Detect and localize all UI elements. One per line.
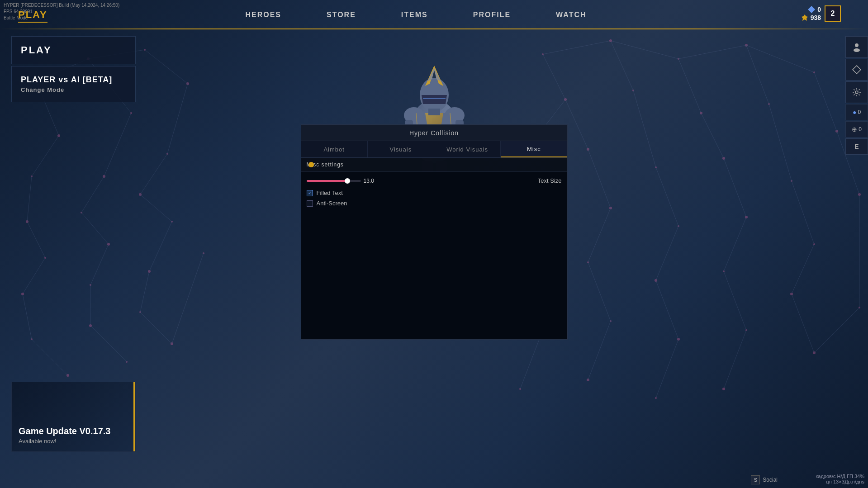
svg-line-46	[32, 339, 68, 375]
game-update-content: Game Update V0.17.3 Available now!	[19, 426, 110, 445]
nav-play-button[interactable]: PLAY	[18, 9, 47, 23]
svg-line-101	[588, 149, 611, 208]
nav-item-watch[interactable]: WATCH	[551, 2, 591, 28]
right-icon-diamond[interactable]	[845, 59, 868, 81]
svg-line-33	[140, 154, 167, 194]
svg-line-31	[32, 136, 59, 176]
mode-button[interactable]: PLAYER vs AI [BETA] Change Mode	[11, 66, 136, 102]
coin-amount: 938	[811, 14, 821, 21]
coin-currency: 938	[801, 14, 821, 21]
crystal-amount: 0	[817, 6, 821, 13]
social-key[interactable]: S	[751, 475, 760, 484]
svg-line-48	[140, 312, 172, 344]
svg-line-95	[565, 99, 588, 149]
stat-dots-value: 0	[858, 109, 861, 115]
nav-item-items[interactable]: ITEMS	[397, 2, 432, 28]
social-section: S Social	[751, 475, 778, 484]
right-stat-plus: ⊕ 0	[845, 121, 868, 137]
svg-line-118	[656, 339, 678, 398]
diamond-icon	[852, 65, 862, 75]
mode-title: PLAYER vs AI [BETA]	[21, 75, 126, 85]
svg-line-98	[769, 104, 792, 181]
dialog-body: 13.0 Text Size Filled Text Anti-Screen	[301, 172, 567, 339]
svg-line-85	[543, 41, 611, 54]
tab-world-visuals[interactable]: World Visuals	[434, 141, 501, 157]
social-label: Social	[763, 477, 778, 483]
svg-line-32	[104, 113, 131, 176]
fps-stat-label: кадров/с	[816, 474, 835, 479]
svg-line-89	[543, 54, 565, 99]
svg-line-102	[656, 167, 678, 226]
mode-subtitle: Change Mode	[21, 86, 126, 93]
filled-text-checkbox[interactable]	[307, 190, 313, 196]
text-size-slider-thumb[interactable]	[345, 178, 350, 184]
right-icon-settings[interactable]	[845, 81, 868, 103]
currency-block: 0 938	[801, 6, 821, 21]
anti-screen-row: Anti-Screen	[307, 200, 562, 207]
svg-line-97	[701, 113, 724, 158]
svg-line-45	[172, 253, 204, 344]
text-size-value: 13.0	[364, 178, 377, 184]
fps-stat-value: Н/Д	[837, 474, 845, 479]
text-size-setting-row: 13.0 Text Size	[307, 177, 562, 184]
text-size-slider-fill	[307, 180, 347, 182]
nav-item-store[interactable]: STORE	[322, 2, 360, 28]
anti-screen-checkbox[interactable]	[307, 200, 313, 207]
tab-aimbot[interactable]: Aimbot	[301, 141, 368, 157]
text-size-slider-container: 13.0	[307, 178, 533, 184]
svg-point-123	[854, 48, 860, 52]
bottom-right-stats: кадров/с Н/Д ГП 34% цп 13×ЗДр.н/дns	[816, 474, 864, 484]
left-panel: PLAY PLAYER vs AI [BETA] Change Mode	[11, 36, 136, 102]
svg-line-113	[656, 280, 678, 339]
right-icon-profile[interactable]	[845, 36, 868, 58]
plus-icon: ⊕	[852, 126, 857, 133]
svg-line-27	[145, 50, 188, 84]
svg-line-42	[23, 294, 32, 339]
game-update-divider	[133, 382, 135, 451]
svg-line-109	[792, 244, 814, 294]
svg-line-44	[140, 271, 149, 312]
right-e-button[interactable]: E	[845, 138, 868, 155]
e-label: E	[854, 143, 859, 150]
svg-line-39	[23, 258, 45, 294]
nav-item-profile[interactable]: PROFILE	[469, 2, 515, 28]
dot-icon: ●	[853, 109, 856, 116]
right-panel-icons: ● 0 ⊕ 0 E	[845, 36, 868, 155]
nav-item-heroes[interactable]: HEROES	[241, 2, 286, 28]
svg-line-87	[678, 45, 746, 59]
svg-line-114	[724, 271, 746, 330]
gp-stat-value: 34%	[854, 474, 864, 479]
right-stat-dots: ● 0	[845, 104, 868, 120]
svg-line-108	[724, 217, 746, 271]
svg-line-92	[746, 45, 769, 104]
coords-text: цп 13×ЗДр.н/дns	[826, 479, 864, 484]
game-update-card[interactable]: Game Update V0.17.3 Available now!	[11, 382, 136, 452]
crystal-icon	[808, 6, 815, 13]
gp-stat-label: ГП	[847, 474, 853, 479]
text-size-slider-track[interactable]	[307, 180, 361, 182]
svg-marker-124	[853, 66, 861, 74]
svg-line-37	[81, 213, 109, 244]
crystal-currency: 0	[808, 6, 821, 13]
svg-line-30	[167, 84, 188, 154]
svg-line-120	[814, 308, 859, 353]
text-size-label: Text Size	[538, 177, 562, 184]
svg-line-88	[746, 45, 814, 72]
play-button[interactable]: PLAY	[11, 36, 136, 64]
svg-point-125	[855, 91, 858, 94]
play-button-label: PLAY	[21, 44, 52, 56]
profile-icon	[852, 42, 862, 52]
svg-line-38	[140, 194, 172, 222]
svg-line-36	[27, 222, 45, 258]
svg-line-103	[724, 158, 746, 217]
svg-line-41	[149, 222, 172, 271]
svg-line-91	[678, 59, 701, 113]
settings-icon	[852, 87, 862, 97]
dialog-section-header: Misc settings	[301, 158, 567, 172]
svg-line-86	[611, 41, 678, 59]
tab-misc[interactable]: Misc	[501, 141, 567, 157]
tab-visuals[interactable]: Visuals	[368, 141, 434, 157]
coin-icon	[801, 14, 808, 21]
main-dialog: Hyper Collision Aimbot Visuals World Vis…	[301, 124, 568, 340]
svg-line-40	[90, 244, 109, 285]
